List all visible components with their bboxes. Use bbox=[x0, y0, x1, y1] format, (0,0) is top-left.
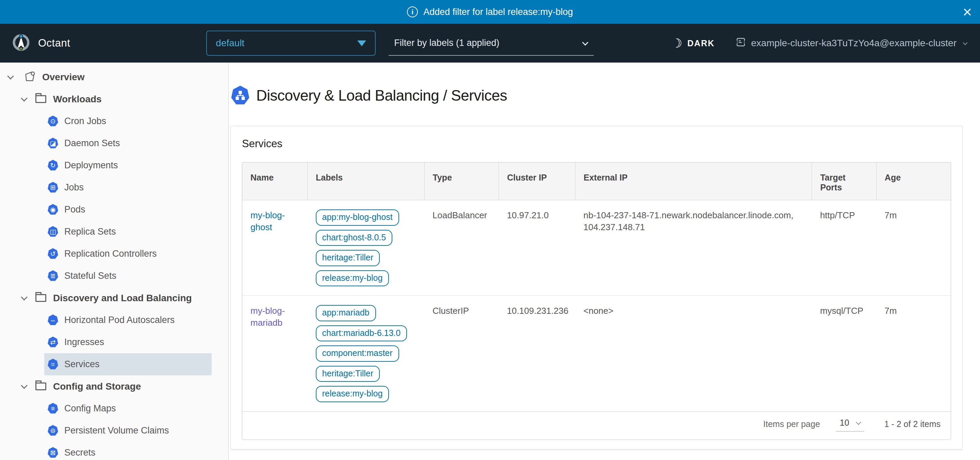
label-pill[interactable]: component:master bbox=[316, 346, 399, 362]
cluster-ip-cell: 10.97.21.0 bbox=[499, 200, 576, 296]
services-table: NameLabelsTypeCluster IPExternal IPTarge… bbox=[242, 162, 951, 440]
daemon-sets-icon: ◪ bbox=[48, 138, 58, 149]
label-pill-row: heritage:Tiller bbox=[316, 366, 417, 382]
label-pill[interactable]: heritage:Tiller bbox=[316, 366, 380, 382]
notification-bar: i Added filter for label release:my-blog… bbox=[0, 0, 980, 24]
persistent-volume-claims-icon: ⊜ bbox=[48, 425, 58, 436]
sidebar-item-replication-controllers[interactable]: ↺Replication Controllers bbox=[44, 243, 212, 265]
label-pill-row: chart:mariadb-6.13.0 bbox=[316, 325, 417, 342]
service-link[interactable]: my-blog-mariadb bbox=[250, 306, 285, 328]
target-ports-cell: mysql/TCP bbox=[812, 296, 876, 411]
column-header-labels: Labels bbox=[308, 162, 425, 200]
label-pill[interactable]: app:my-blog-ghost bbox=[316, 209, 399, 226]
cluster-icon bbox=[736, 37, 746, 50]
sidebar-group-config-and-storage[interactable]: Config and Storage bbox=[0, 375, 228, 397]
sidebar-item-overview[interactable]: Overview bbox=[0, 66, 228, 88]
sidebar-item-cron-jobs[interactable]: ⊙Cron Jobs bbox=[44, 110, 212, 132]
sidebar-item-label: Secrets bbox=[64, 447, 95, 458]
page-size-select[interactable]: 10 bbox=[836, 417, 864, 431]
jobs-icon: ⊞ bbox=[48, 182, 58, 193]
sidebar-item-label: Ingresses bbox=[64, 337, 104, 347]
sidebar-item-label: Cron Jobs bbox=[64, 116, 106, 127]
label-pill[interactable]: release:my-blog bbox=[316, 386, 389, 402]
app-header: Octant default Filter by labels (1 appli… bbox=[0, 24, 980, 63]
sidebar-item-config-maps[interactable]: ≡Config Maps bbox=[44, 397, 212, 420]
chevron-down-icon bbox=[21, 294, 27, 301]
cluster-selector[interactable]: example-cluster-ka3TuTzYo4a@example-clus… bbox=[736, 37, 966, 50]
caret-down-icon bbox=[357, 40, 366, 46]
cluster-name: example-cluster-ka3TuTzYo4a@example-clus… bbox=[751, 38, 956, 49]
sidebar-item-pods[interactable]: ◉Pods bbox=[44, 198, 212, 220]
notification-text: Added filter for label release:my-blog bbox=[423, 7, 573, 17]
table-row: my-blog-ghostapp:my-blog-ghostchart:ghos… bbox=[242, 200, 951, 296]
sidebar-item-ingresses[interactable]: ⇄Ingresses bbox=[44, 331, 212, 353]
label-pill-row: release:my-blog bbox=[316, 270, 417, 287]
services-icon: ⌗ bbox=[48, 358, 58, 370]
sidebar-item-secrets[interactable]: ⊠Secrets bbox=[44, 442, 212, 460]
label-pill[interactable]: chart:ghost-8.0.5 bbox=[316, 230, 393, 246]
folder-icon bbox=[35, 294, 46, 302]
label-pill-row: app:my-blog-ghost bbox=[316, 209, 417, 226]
sidebar-item-label: Jobs bbox=[64, 182, 84, 193]
label-filter-dropdown[interactable]: Filter by labels (1 applied) bbox=[388, 30, 594, 56]
sidebar-item-jobs[interactable]: ⊞Jobs bbox=[44, 176, 212, 198]
sidebar-item-label: Config Maps bbox=[64, 403, 116, 414]
column-header-type: Type bbox=[424, 162, 499, 200]
sidebar-item-deployments[interactable]: ↻Deployments bbox=[44, 154, 212, 176]
type-cell: LoadBalancer bbox=[424, 200, 499, 296]
table-row: my-blog-mariadbapp:mariadbchart:mariadb-… bbox=[242, 296, 951, 411]
sidebar: OverviewWorkloads⊙Cron Jobs◪Daemon Sets↻… bbox=[0, 63, 229, 460]
label-pill[interactable]: chart:mariadb-6.13.0 bbox=[316, 325, 407, 342]
chevron-down-icon bbox=[856, 420, 861, 425]
sidebar-item-stateful-sets[interactable]: ≣Stateful Sets bbox=[44, 265, 212, 287]
column-header-target-ports: Target Ports bbox=[812, 162, 876, 200]
sidebar-item-daemon-sets[interactable]: ◪Daemon Sets bbox=[44, 132, 212, 154]
octant-logo bbox=[12, 34, 30, 53]
sidebar-item-label: Replication Controllers bbox=[64, 249, 157, 259]
sidebar-item-services[interactable]: ⌗Services bbox=[44, 353, 212, 375]
service-link[interactable]: my-blog-ghost bbox=[250, 210, 285, 232]
sidebar-item-replica-sets[interactable]: ◫Replica Sets bbox=[44, 220, 212, 243]
sidebar-group-workloads[interactable]: Workloads bbox=[0, 88, 228, 110]
chevron-down-icon bbox=[7, 73, 14, 79]
card-title: Services bbox=[242, 138, 951, 150]
sidebar-item-horizontal-pod-autoscalers[interactable]: ⇔Horizontal Pod Autoscalers bbox=[44, 309, 212, 331]
folder-icon bbox=[35, 95, 46, 103]
label-pill[interactable]: release:my-blog bbox=[316, 270, 389, 287]
theme-toggle-button[interactable]: ☾ DARK bbox=[671, 37, 714, 50]
deployments-icon: ↻ bbox=[48, 160, 58, 171]
label-pill[interactable]: heritage:Tiller bbox=[316, 250, 380, 266]
replication-controllers-icon: ↺ bbox=[48, 248, 58, 259]
sidebar-group-label: Config and Storage bbox=[53, 381, 141, 392]
label-pill-row: app:mariadb bbox=[316, 305, 417, 321]
folder-icon bbox=[35, 382, 46, 390]
moon-icon: ☾ bbox=[671, 37, 682, 50]
age-cell: 7m bbox=[876, 296, 951, 411]
labels-cell: app:mariadbchart:mariadb-6.13.0component… bbox=[308, 296, 425, 411]
sidebar-group-discovery-and-load-balancing[interactable]: Discovery and Load Balancing bbox=[0, 287, 228, 309]
label-pill[interactable]: app:mariadb bbox=[316, 305, 376, 321]
config-maps-icon: ≡ bbox=[48, 403, 58, 414]
column-header-external-ip: External IP bbox=[576, 162, 812, 200]
column-header-cluster-ip: Cluster IP bbox=[499, 162, 576, 200]
cluster-ip-cell: 10.109.231.236 bbox=[499, 296, 576, 411]
namespace-dropdown[interactable]: default bbox=[206, 30, 375, 56]
sidebar-item-label: Replica Sets bbox=[64, 227, 116, 237]
chevron-down-icon bbox=[21, 382, 27, 389]
sidebar-item-label: Persistent Volume Claims bbox=[64, 425, 169, 436]
close-icon[interactable]: × bbox=[963, 4, 972, 20]
services-card: Services NameLabelsTypeCluster IPExterna… bbox=[231, 126, 963, 449]
theme-toggle-label: DARK bbox=[687, 38, 714, 48]
label-pill-row: component:master bbox=[316, 346, 417, 362]
sidebar-item-label: Overview bbox=[42, 72, 85, 82]
sidebar-item-label: Pods bbox=[64, 204, 86, 215]
label-pill-row: release:my-blog bbox=[316, 386, 417, 402]
chevron-down-icon bbox=[963, 40, 967, 45]
label-pill-row: heritage:Tiller bbox=[316, 250, 417, 266]
sidebar-group-label: Workloads bbox=[53, 94, 102, 105]
horizontal-pod-autoscalers-icon: ⇔ bbox=[48, 314, 58, 326]
sidebar-item-persistent-volume-claims[interactable]: ⊜Persistent Volume Claims bbox=[44, 420, 212, 442]
label-filter-text: Filter by labels (1 applied) bbox=[394, 38, 499, 48]
stateful-sets-icon: ≣ bbox=[48, 270, 58, 281]
column-header-age: Age bbox=[876, 162, 951, 200]
